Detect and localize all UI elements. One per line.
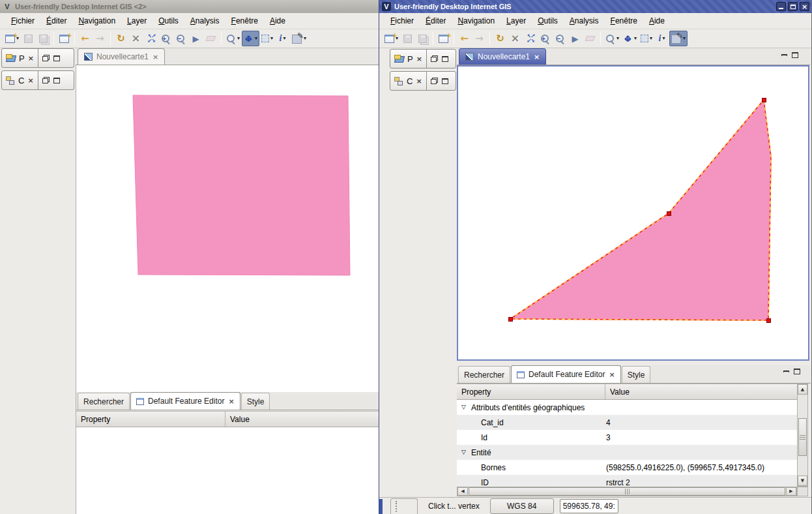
maximize-icon[interactable] [442,56,448,62]
dropdown-arrow-icon[interactable]: ▾ [683,36,686,41]
pink-feature-polygon[interactable] [133,95,350,275]
drag-handle-icon[interactable] [396,501,397,512]
dropdown-arrow-icon[interactable]: ▾ [663,36,665,41]
vertex-handle[interactable] [766,318,771,323]
map-editor-tab[interactable]: Nouvellecarte1 × [78,48,165,65]
right-map-canvas[interactable] [457,65,809,361]
info-tool-button[interactable]: i▾ [654,31,669,46]
dropdown-arrow-icon[interactable]: ▾ [304,36,306,41]
close-icon[interactable]: × [228,398,234,405]
zoom-extent-button[interactable]: ↖↗↙↘ [523,31,538,46]
new-map-button[interactable]: + [57,31,72,46]
vertical-scrollbar[interactable]: ▲ ▼ [797,384,808,487]
horizontal-scroll-trough[interactable] [468,487,786,496]
close-icon[interactable]: × [27,77,33,84]
left-titlebar[interactable]: V User-friendly Desktop Internet GIS <2> [0,0,379,13]
zoom-in-button[interactable]: + [538,31,553,46]
zoom-extent-button[interactable]: ↖↗↙↘ [143,31,158,46]
tab-rechercher[interactable]: Rechercher [458,366,510,383]
value-column-header[interactable]: Value [225,415,379,424]
scroll-right-button[interactable]: ▶ [786,487,796,496]
dropdown-arrow-icon[interactable]: ▾ [237,36,240,41]
refresh-button[interactable]: ↻ [113,31,128,46]
restore-icon[interactable] [42,55,50,61]
tab-feature-editor[interactable]: Default Feature Editor × [130,392,240,410]
zoom-in-button[interactable]: + [158,31,173,46]
left-map-canvas[interactable] [76,65,379,392]
close-icon[interactable]: × [416,55,422,63]
info-tool-button[interactable]: i▾ [275,31,290,46]
close-icon[interactable]: × [609,371,615,378]
vertex-handle[interactable] [667,211,671,216]
restore-icon[interactable] [431,55,438,62]
menu-item-editer[interactable]: Éditer [40,15,72,27]
back-button[interactable]: ← [78,31,93,46]
scroll-down-button[interactable]: ▼ [798,476,807,486]
menu-item-aide[interactable]: Aide [264,15,291,27]
delete-button[interactable]: × [508,31,523,46]
tab-feature-editor[interactable]: Default Feature Editor × [511,365,621,383]
pan-tool-button[interactable]: ↔↕▾ [242,31,259,46]
maximize-icon[interactable] [53,55,60,61]
zoom-tool-button[interactable]: ▾ [603,31,621,46]
refresh-button[interactable]: ↻ [493,31,508,46]
minimize-view-icon[interactable] [783,370,789,372]
new-button[interactable]: +▾ [383,31,400,46]
close-icon[interactable]: × [152,53,158,61]
menu-item-outils[interactable]: Outils [152,15,184,27]
vertex-handle[interactable] [508,317,513,322]
property-column-header[interactable]: Property [76,412,225,427]
map-editor-tab[interactable]: Nouvellecarte1 × [459,48,546,65]
minimize-view-icon[interactable] [781,54,787,56]
maximize-icon[interactable] [442,78,448,84]
menu-item-navigation[interactable]: Navigation [72,15,121,27]
zoom-out-button[interactable]: − [173,31,188,46]
menu-item-editer[interactable]: Éditer [420,15,452,27]
catalog-tab[interactable]: C × [2,71,38,89]
expand-triangle-icon[interactable]: ▽ [461,449,466,455]
catalog-tab[interactable]: C × [390,72,426,90]
delete-button[interactable]: × [128,31,143,46]
dropdown-arrow-icon[interactable]: ▾ [616,36,619,41]
maximize-icon[interactable] [53,78,60,83]
minimize-button[interactable] [776,2,786,11]
right-table-body[interactable]: ▽Attributs d'entités géographiquesCat_id… [457,400,797,487]
tab-style[interactable]: Style [622,366,651,383]
new-button[interactable]: +▾ [3,31,21,46]
menu-item-aide[interactable]: Aide [643,15,671,27]
feature-row-entite-[interactable]: ▽Entité [457,445,797,460]
maximize-view-icon[interactable] [792,52,798,58]
menu-item-fichier[interactable]: Fichier [384,15,420,27]
pink-feature-polygon[interactable] [510,100,771,320]
close-icon[interactable]: × [416,78,422,85]
menu-item-analysis[interactable]: Analysis [184,15,225,27]
menu-item-fichier[interactable]: Fichier [5,15,40,27]
feature-row-bornes[interactable]: Bornes(598255.0,4916225.0), (599657.5,49… [457,460,797,475]
expand-triangle-icon[interactable]: ▽ [461,404,466,410]
dropdown-arrow-icon[interactable]: ▾ [634,36,637,41]
dropdown-arrow-icon[interactable]: ▾ [270,36,273,41]
edit-tool-button[interactable]: ✎▾ [290,31,308,46]
dropdown-arrow-icon[interactable]: ▾ [650,36,652,41]
selection-tool-button[interactable]: ▾ [639,31,654,46]
projects-tab[interactable]: P × [2,49,38,67]
zoom-out-button[interactable]: − [553,31,568,46]
feature-row-cat-id[interactable]: Cat_id4 [457,415,797,430]
coordinate-field[interactable]: 599635.78, 49: [560,499,618,513]
menu-item-outils[interactable]: Outils [532,15,564,27]
menu-item-layer[interactable]: Layer [121,15,152,27]
property-column-header[interactable]: Property [457,384,605,399]
restore-icon[interactable] [431,78,438,84]
menu-item-fenetre[interactable]: Fenêtre [225,15,264,27]
vertex-handle[interactable] [762,98,766,102]
close-icon[interactable]: × [534,53,540,61]
menu-item-fenetre[interactable]: Fenêtre [605,15,643,27]
close-icon[interactable]: × [28,55,34,62]
close-button[interactable]: × [800,2,809,11]
maximize-button[interactable] [788,2,798,11]
value-column-header[interactable]: Value [605,387,797,397]
horizontal-scrollbar[interactable]: ◀ ▶ [457,487,797,496]
selection-tool-button[interactable]: ▾ [259,31,275,46]
zoom-tool-button[interactable]: ▾ [224,31,242,46]
restore-icon[interactable] [42,77,50,83]
